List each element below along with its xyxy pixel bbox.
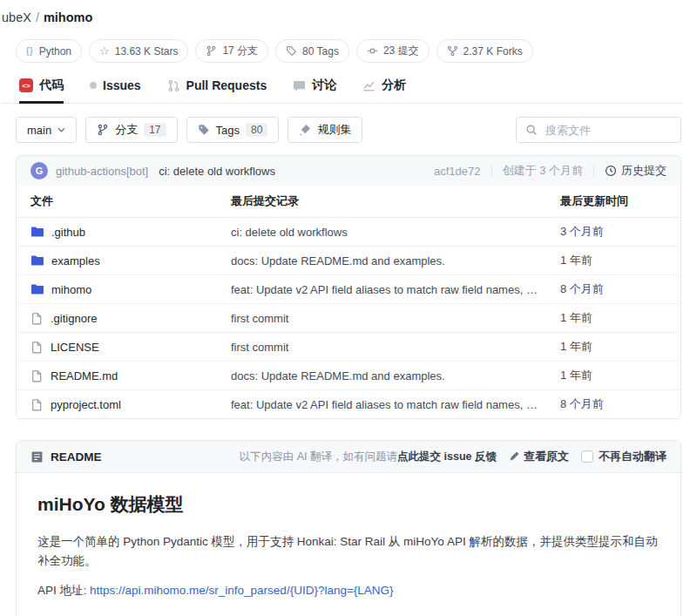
tags-label: Tags xyxy=(216,124,240,137)
updated-time-cell: 1 年前 xyxy=(560,339,667,355)
repo-tabs: <> 代码 Issues Pull Requests 讨论 分析 xyxy=(2,78,683,104)
tab-issues[interactable]: Issues xyxy=(90,78,141,103)
badge-label: 17 分支 xyxy=(222,44,258,58)
file-entry[interactable]: mihomo xyxy=(30,282,231,296)
column-header-last-updated: 最后更新时间 xyxy=(560,193,667,209)
commit-author[interactable]: github-actions[bot] xyxy=(56,165,148,178)
tags-button[interactable]: Tags 80 xyxy=(186,117,280,143)
file-name: mihomo xyxy=(51,283,91,296)
file-icon xyxy=(30,398,44,411)
tab-analytics[interactable]: 分析 xyxy=(362,78,406,103)
column-header-last-commit: 最后提交记录 xyxy=(231,193,560,209)
table-row: .github ci: delete old workflows 3 个月前 xyxy=(17,218,680,247)
search-icon xyxy=(525,124,538,136)
tab-code[interactable]: <> 代码 xyxy=(19,78,64,103)
api-url-link[interactable]: https://api.mihomo.me/sr_info_parsed/{UI… xyxy=(90,584,394,597)
table-row: .gitignore first commit 1 年前 xyxy=(17,304,680,333)
commit-created-time: 创建于 3 个月前 xyxy=(503,163,583,179)
updated-time-cell: 1 年前 xyxy=(560,310,667,326)
readme-content: miHoYo 数据模型 这是一个简单的 Python Pydantic 模型，用… xyxy=(17,473,680,616)
chevron-down-icon xyxy=(58,127,65,132)
file-entry[interactable]: pyproject.toml xyxy=(30,398,231,411)
api-line: API 地址: https://api.mihomo.me/sr_info_pa… xyxy=(37,581,660,600)
file-entry[interactable]: LICENSE xyxy=(30,341,231,354)
tab-discussions[interactable]: 讨论 xyxy=(293,78,336,103)
readme-header: README 以下内容由 AI 翻译，如有问题请点此提交 issue 反馈 查看… xyxy=(17,441,680,473)
commit-message-cell[interactable]: docs: Update README.md and examples. xyxy=(231,254,560,267)
avatar[interactable]: G xyxy=(30,162,48,179)
file-browser-panel: G github-actions[bot] ci: delete old wor… xyxy=(16,155,681,419)
file-icon xyxy=(30,341,44,354)
tag-icon xyxy=(198,124,210,136)
view-original-label: 查看原文 xyxy=(524,449,569,464)
commit-icon xyxy=(367,45,378,57)
commit-bar-right: acf1de72 创建于 3 个月前 历史提交 xyxy=(434,163,667,179)
repo-header: ubeX/mihomo {} Python ☆ 13.63 K Stars 17… xyxy=(0,0,697,104)
breadcrumb-repo[interactable]: mihomo xyxy=(44,10,92,24)
updated-time-cell: 1 年前 xyxy=(560,368,667,383)
breadcrumb-owner[interactable]: ubeX xyxy=(2,10,31,24)
ruleset-button[interactable]: 规则集 xyxy=(288,117,362,143)
branch-selector-value: main xyxy=(27,124,51,137)
commit-message-cell[interactable]: docs: Update README.md and examples. xyxy=(231,369,560,382)
commit-message-cell[interactable]: ci: delete old workflows xyxy=(231,226,560,239)
commit-hash[interactable]: acf1de72 xyxy=(434,165,481,178)
file-entry[interactable]: README.md xyxy=(30,369,231,382)
commit-message-cell[interactable]: feat: Update v2 API field aliases to mat… xyxy=(231,283,560,296)
submit-issue-link[interactable]: 点此提交 issue 反馈 xyxy=(397,450,497,463)
branches-label: 分支 xyxy=(115,122,138,138)
branches-count-badge: 17 xyxy=(144,123,166,137)
folder-icon xyxy=(30,282,44,296)
tab-pull-requests[interactable]: Pull Requests xyxy=(167,78,267,103)
branch-selector[interactable]: main xyxy=(16,117,77,143)
branch-icon xyxy=(97,124,109,136)
commit-message[interactable]: ci: delete old workflows xyxy=(159,165,275,178)
file-name: LICENSE xyxy=(51,341,99,354)
search-input[interactable] xyxy=(544,123,672,138)
badge-branches[interactable]: 17 分支 xyxy=(195,39,268,63)
issue-icon xyxy=(90,82,97,89)
badge-label: 2.37 K Forks xyxy=(464,45,523,58)
readme-header-actions: 以下内容由 AI 翻译，如有问题请点此提交 issue 反馈 查看原文 不再自动… xyxy=(240,449,667,464)
file-name: README.md xyxy=(51,369,118,382)
badge-tags[interactable]: 80 Tags xyxy=(275,39,349,63)
ruleset-label: 规则集 xyxy=(317,122,351,138)
badge-stars[interactable]: ☆ 13.63 K Stars xyxy=(89,39,188,63)
readme-title: README xyxy=(51,450,102,464)
file-name: examples xyxy=(51,254,100,267)
pen-icon xyxy=(509,451,519,462)
api-label: API 地址: xyxy=(37,584,90,597)
code-icon: <> xyxy=(19,78,33,92)
table-row: examples docs: Update README.md and exam… xyxy=(17,247,680,275)
view-original-button[interactable]: 查看原文 xyxy=(509,449,569,464)
file-entry[interactable]: .github xyxy=(30,225,231,239)
badge-label: 23 提交 xyxy=(383,44,419,58)
updated-time-cell: 8 个月前 xyxy=(560,396,667,412)
file-entry[interactable]: .gitignore xyxy=(30,312,231,325)
badge-forks[interactable]: 2.37 K Forks xyxy=(436,39,533,63)
readme-heading: miHoYo 数据模型 xyxy=(37,492,660,517)
repo-badges: {} Python ☆ 13.63 K Stars 17 分支 80 Tags … xyxy=(16,39,683,63)
badge-commits[interactable]: 23 提交 xyxy=(356,39,430,63)
file-entry[interactable]: examples xyxy=(30,254,231,267)
readme-panel: README 以下内容由 AI 翻译，如有问题请点此提交 issue 反馈 查看… xyxy=(16,440,681,616)
no-auto-translate-label: 不再自动翻译 xyxy=(599,449,667,464)
checkbox[interactable] xyxy=(581,450,593,463)
tab-label: Pull Requests xyxy=(186,78,267,92)
analytics-icon xyxy=(362,79,376,92)
tab-label: 代码 xyxy=(39,78,64,93)
latest-commit-bar: G github-actions[bot] ci: delete old wor… xyxy=(17,156,680,186)
table-row: README.md docs: Update README.md and exa… xyxy=(17,362,680,390)
file-table-header: 文件 最后提交记录 最后更新时间 xyxy=(17,186,680,218)
commit-message-cell[interactable]: feat: Update v2 API field aliases to mat… xyxy=(231,398,560,411)
branch-icon xyxy=(206,45,217,57)
no-auto-translate-toggle[interactable]: 不再自动翻译 xyxy=(581,449,667,464)
commit-message-cell[interactable]: first commit xyxy=(231,341,560,354)
commit-message-cell[interactable]: first commit xyxy=(231,312,560,325)
tab-label: Issues xyxy=(103,78,141,92)
fork-icon xyxy=(447,45,458,57)
file-icon xyxy=(30,312,44,325)
commit-history-link[interactable]: 历史提交 xyxy=(605,163,667,179)
branches-button[interactable]: 分支 17 xyxy=(85,117,177,143)
badge-language[interactable]: {} Python xyxy=(16,39,82,63)
